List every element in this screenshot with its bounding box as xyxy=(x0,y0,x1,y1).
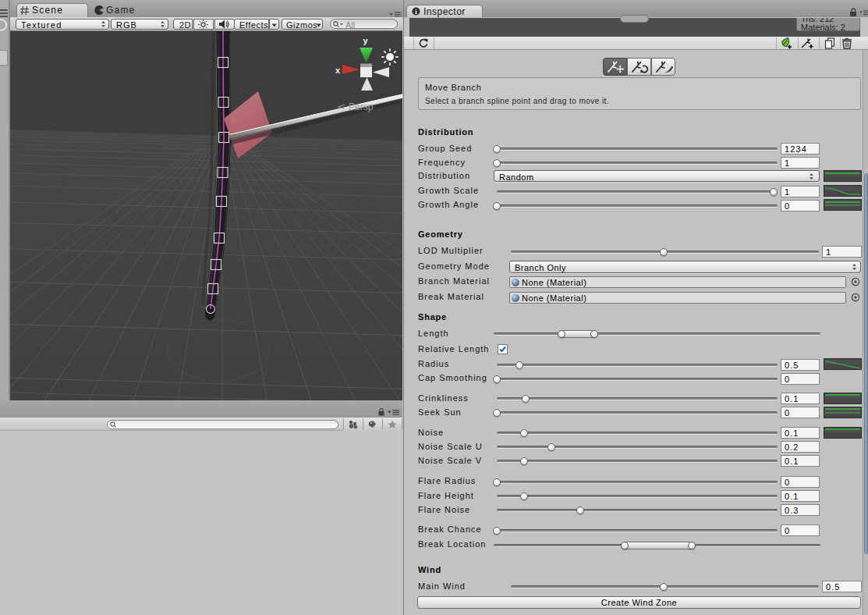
svg-text:y: y xyxy=(363,36,369,45)
svg-text:x: x xyxy=(335,66,341,75)
svg-text:Persp: Persp xyxy=(349,101,374,112)
